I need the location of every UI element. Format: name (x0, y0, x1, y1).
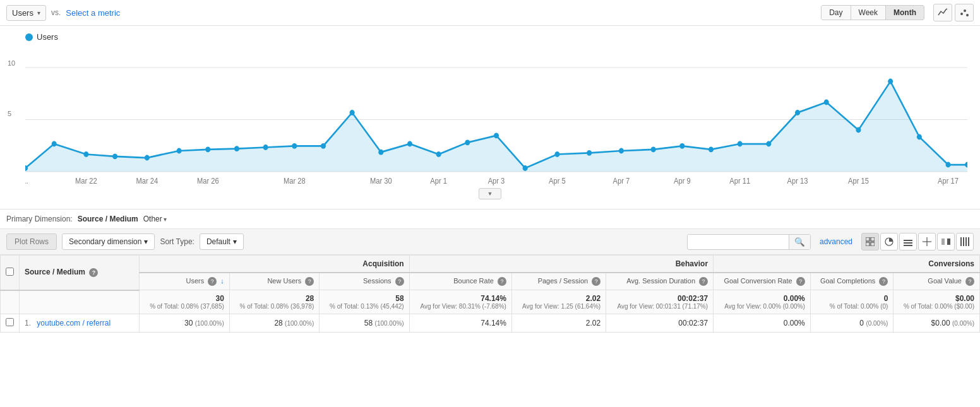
svg-text:Apr 3: Apr 3 (488, 176, 505, 185)
svg-rect-62 (904, 245, 912, 246)
svg-rect-61 (904, 242, 912, 244)
chart-scroll-btn[interactable]: ▼ (479, 188, 501, 199)
svg-text:Apr 11: Apr 11 (729, 176, 750, 185)
secondary-dim-label: Secondary dimension (69, 237, 141, 246)
sort-type-arrow: ▾ (233, 237, 237, 246)
row-1-sessions-value: 58 (364, 319, 373, 327)
svg-point-0 (960, 13, 963, 15)
week-button[interactable]: Week (851, 6, 886, 20)
total-users-value: 30 (215, 294, 224, 303)
metric-dropdown-arrow: ▾ (37, 9, 40, 16)
other-dim-arrow: ▾ (164, 216, 167, 223)
svg-text:Apr 13: Apr 13 (787, 176, 808, 185)
svg-point-35 (856, 127, 861, 133)
users-legend-label: Users (37, 32, 58, 42)
behavior-header: Behavior (409, 256, 713, 273)
total-avg-session-value: 00:02:37 (678, 294, 708, 303)
total-goal-completions-pct: % of Total: 0.00% (0) (816, 303, 888, 310)
svg-point-18 (350, 110, 355, 115)
conversions-header: Conversions (714, 256, 980, 273)
total-goal-conv-avg: Avg for View: 0.00% (0.00%) (719, 303, 805, 310)
line-chart-icon[interactable] (933, 4, 952, 21)
row-1-bounce-rate-value: 74.14% (481, 319, 506, 327)
svg-rect-69 (965, 237, 967, 246)
total-sessions-value: 58 (395, 294, 403, 303)
plot-rows-button[interactable]: Plot Rows (6, 233, 57, 250)
select-metric-link[interactable]: Select a metric (66, 8, 120, 18)
pie-view-button[interactable] (880, 233, 898, 251)
row-1-goal-value-pct: (0.00%) (952, 320, 974, 327)
grid-view-button[interactable] (861, 233, 879, 251)
sort-type-label: Sort Type: (160, 237, 194, 246)
select-all-checkbox[interactable] (6, 268, 14, 276)
avg-session-help-icon[interactable]: ? (699, 277, 708, 286)
new-users-help-icon[interactable]: ? (305, 277, 314, 286)
goal-conv-rate-col-label: Goal Conversion Rate (724, 277, 792, 285)
row-1-source-link[interactable]: youtube.com / referral (37, 319, 111, 327)
row-1-new-users-cell: 28 (100.00%) (229, 314, 319, 333)
svg-text:Mar 24: Mar 24 (136, 176, 158, 185)
secondary-dimension-button[interactable]: Secondary dimension ▾ (62, 233, 155, 250)
sessions-help-icon[interactable]: ? (395, 277, 404, 286)
svg-point-31 (738, 141, 743, 147)
source-medium-help-icon[interactable]: ? (89, 268, 98, 277)
svg-point-36 (888, 79, 893, 85)
y-label-5: 5 (8, 110, 11, 117)
bounce-rate-help-icon[interactable]: ? (498, 277, 506, 286)
day-button[interactable]: Day (822, 6, 851, 20)
total-users-cell: 30 % of Total: 0.08% (37,685) (140, 290, 229, 314)
search-input[interactable] (688, 235, 789, 249)
row-1-pages-session-cell: 2.02 (511, 314, 606, 333)
svg-point-23 (494, 133, 499, 138)
svg-point-24 (523, 165, 528, 171)
svg-point-21 (436, 151, 441, 157)
svg-text:Mar 22: Mar 22 (75, 176, 97, 185)
bar-view-button[interactable] (899, 233, 917, 251)
goal-value-col-header: Goal Value ? (893, 273, 980, 290)
svg-text:Mar 28: Mar 28 (284, 176, 306, 185)
sessions-col-header: Sessions ? (320, 273, 409, 290)
advanced-link[interactable]: advanced (820, 237, 852, 246)
svg-point-1 (964, 9, 966, 12)
primary-dim-bar: Primary Dimension: Source / Medium Other… (0, 209, 980, 228)
row-1-pages-session-value: 2.02 (586, 319, 601, 327)
users-sort-icon[interactable]: ↓ (220, 277, 224, 285)
row-1-checkbox[interactable] (6, 318, 14, 326)
svg-point-16 (292, 143, 297, 149)
users-help-icon[interactable]: ? (208, 277, 217, 286)
search-button[interactable]: 🔍 (789, 235, 810, 249)
svg-point-17 (321, 143, 326, 149)
chart-container: 10 5 (25, 47, 967, 186)
pages-session-help-icon[interactable]: ? (592, 277, 601, 286)
total-row: 30 % of Total: 0.08% (37,685) 28 % of To… (1, 290, 980, 314)
svg-point-37 (917, 134, 922, 140)
compare-view-button[interactable] (937, 233, 955, 251)
section-header-row: Source / Medium ? Acquisition Behavior C… (1, 256, 980, 273)
svg-point-28 (651, 146, 656, 152)
other-dim-dropdown[interactable]: Other ▾ (143, 215, 167, 223)
goal-completions-col-header: Goal Completions ? (810, 273, 893, 290)
svg-rect-66 (947, 239, 950, 245)
row-1-new-users-value: 28 (274, 319, 282, 327)
metric-dropdown[interactable]: Users ▾ (6, 5, 46, 21)
goal-value-help-icon[interactable]: ? (965, 277, 974, 286)
goal-conv-rate-help-icon[interactable]: ? (796, 277, 805, 286)
pages-session-col-label: Pages / Session (538, 277, 589, 285)
time-btn-group: Day Week Month (821, 5, 924, 20)
goal-completions-help-icon[interactable]: ? (879, 277, 888, 286)
month-button[interactable]: Month (886, 6, 924, 20)
time-buttons-container: Day Week Month (821, 4, 974, 21)
bounce-rate-col-header: Bounce Rate ? (409, 273, 511, 290)
column-view-button[interactable] (956, 233, 974, 251)
pivot-view-button[interactable] (918, 233, 936, 251)
chart-area: Users 10 5 (0, 26, 980, 209)
row-1-users-cell: 30 (100.00%) (140, 314, 229, 333)
scatter-chart-icon[interactable] (955, 4, 974, 21)
svg-point-2 (966, 14, 969, 16)
goal-value-col-label: Goal Value (928, 277, 962, 285)
svg-rect-68 (963, 237, 964, 246)
row-1-source-cell: 1. youtube.com / referral (20, 314, 140, 333)
sort-type-button[interactable]: Default ▾ (200, 233, 244, 250)
svg-point-26 (587, 150, 592, 156)
behavior-label: Behavior (676, 259, 708, 268)
